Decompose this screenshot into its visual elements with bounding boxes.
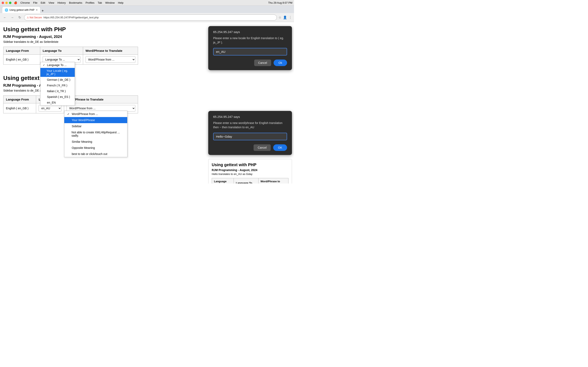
close-button[interactable] bbox=[2, 2, 4, 4]
word-dropdown-label: Opposite Meaning bbox=[72, 146, 95, 150]
result-col-from: Language From bbox=[212, 178, 234, 184]
menu-tab[interactable]: Tab bbox=[98, 1, 102, 4]
result-table: Language From Language To Word/Phrase to… bbox=[212, 178, 288, 184]
check-icon: ✓ bbox=[43, 64, 46, 67]
dialog-1-ok-button[interactable]: Ok bbox=[274, 59, 287, 66]
menu-chrome[interactable]: Chrome bbox=[20, 1, 30, 4]
result-col-to: Language To bbox=[234, 178, 258, 184]
result-text: Hello translates to en_AU as Gday bbox=[212, 173, 288, 175]
maximize-button[interactable] bbox=[9, 2, 11, 4]
url-display[interactable]: https://65.254.95.247/PHP/gettext/get_te… bbox=[43, 16, 99, 19]
col-header-to-1: Language To bbox=[40, 47, 83, 55]
word-phrase-cell-2: Word/Phrase from ... ✓ Word/Phrase from … bbox=[64, 103, 138, 113]
not-secure-indicator: ⚠ Not Secure bbox=[27, 16, 42, 19]
browser-toolbar: ← → ↻ ⚠ Not Secure https://65.254.95.247… bbox=[0, 13, 294, 22]
dropdown-item-label: German ( de_DE ) bbox=[47, 78, 70, 81]
minimize-button[interactable] bbox=[5, 2, 8, 4]
dropdown-item-spanish[interactable]: Spanish ( es_ES ) bbox=[40, 94, 75, 100]
col-header-from-2: Language From bbox=[3, 96, 36, 103]
menu-apple[interactable]: 🍎 bbox=[14, 1, 17, 4]
not-secure-label: Not Secure bbox=[30, 16, 42, 19]
tab-favicon: 🌐 bbox=[5, 8, 8, 12]
dialog-2-title: 65.254.95.247 says bbox=[213, 115, 287, 118]
menu-bookmarks[interactable]: Bookmarks bbox=[69, 1, 82, 4]
lang-to-select-2[interactable]: en_AU bbox=[39, 105, 61, 111]
dropdown-item-label: Italian ( it_TR ) bbox=[47, 90, 66, 93]
dialog-1-message: Please enter a new locale for English tr… bbox=[213, 36, 287, 45]
back-button[interactable]: ← bbox=[2, 15, 8, 20]
dropdown-item-label: French ( fr_FR ) bbox=[47, 84, 67, 87]
tab-close-button[interactable]: ✕ bbox=[36, 8, 38, 11]
result-section: Using gettext with PHP RJM Programming -… bbox=[208, 159, 292, 184]
tab-bar: 🌐 Using gettext with PHP ✕ + bbox=[0, 6, 294, 13]
menu-window[interactable]: Window bbox=[105, 1, 114, 4]
dialog-1-cancel-button[interactable]: Cancel bbox=[254, 59, 271, 66]
main-content: Using gettext with PHP RJM Programming -… bbox=[0, 22, 206, 184]
lang-from-value-2: English ( en_GB ) bbox=[3, 103, 36, 113]
dropdown-item-label: Your Locale ( eg. ja_JP ) bbox=[47, 69, 72, 76]
bookmark-icon[interactable]: ☆ bbox=[278, 16, 281, 19]
word-dropdown-item-opposite[interactable]: Opposite Meaning bbox=[64, 145, 127, 151]
dropdown-item-en-en[interactable]: en_EN bbox=[40, 100, 75, 105]
section-1: Using gettext with PHP RJM Programming -… bbox=[3, 26, 203, 65]
menu-help[interactable]: Help bbox=[118, 1, 123, 4]
dropdown-item-italian[interactable]: Italian ( it_TR ) bbox=[40, 88, 75, 94]
page-title-2: Using gettext with PHP bbox=[3, 75, 203, 81]
menu-profiles[interactable]: Profiles bbox=[86, 1, 94, 4]
lang-from-value-1: English ( en_GB ) bbox=[3, 55, 40, 65]
word-dropdown-item-similar[interactable]: Similar Meaning bbox=[64, 139, 127, 145]
page-content: Using gettext with PHP RJM Programming -… bbox=[0, 22, 294, 184]
dialog-word-phrase: 65.254.95.247 says Please enter a new wo… bbox=[208, 111, 292, 155]
sidebar-text-1: Sidebar translates to de_DE as Seitenlei… bbox=[3, 40, 203, 43]
dialog-1-title: 65.254.95.247 says bbox=[213, 30, 287, 34]
menu-file[interactable]: File bbox=[33, 1, 37, 4]
dropdown-item-label: Language To ... bbox=[47, 63, 67, 67]
word-phrase-dropdown-2[interactable]: ✓ Word/Phrase from ... Your Word/Phrase bbox=[64, 111, 127, 157]
dropdown-item-german[interactable]: German ( de_DE ) bbox=[40, 77, 75, 83]
dialog-2-buttons: Cancel OK bbox=[213, 144, 287, 151]
new-tab-button[interactable]: + bbox=[42, 9, 44, 13]
word-dropdown-item-sidebar[interactable]: Sidebar bbox=[64, 123, 127, 129]
word-phrase-select-1[interactable]: Word/Phrase from ... bbox=[86, 56, 135, 63]
lang-to-cell-1: Language To ... ✓ Language To ... bbox=[40, 55, 83, 65]
col-header-from-1: Language From bbox=[3, 47, 40, 55]
right-panel: 65.254.95.247 says Please enter a new lo… bbox=[206, 22, 294, 184]
menu-history[interactable]: History bbox=[58, 1, 66, 4]
check-icon: ✓ bbox=[67, 112, 70, 116]
dropdown-item-label: en_EN bbox=[47, 101, 56, 104]
dropdown-item-lang-to-header[interactable]: ✓ Language To ... bbox=[40, 62, 75, 68]
page-subtitle-2: RJM Programming - August, 2024 bbox=[3, 83, 203, 88]
translation-table-1: Language From Language To Word/Phrase to… bbox=[3, 47, 138, 65]
dialog-2-ok-button[interactable]: OK bbox=[273, 144, 287, 151]
menu-icon[interactable]: ⋮ bbox=[289, 16, 292, 19]
active-tab[interactable]: 🌐 Using gettext with PHP ✕ bbox=[2, 7, 40, 13]
menu-edit[interactable]: Edit bbox=[41, 1, 45, 4]
dropdown-item-your-locale[interactable]: Your Locale ( eg. ja_JP ) bbox=[40, 68, 75, 77]
word-dropdown-item-your-word[interactable]: Your Word/Phrase bbox=[64, 117, 127, 123]
titlebar: 🍎 Chrome File Edit View History Bookmark… bbox=[0, 0, 294, 6]
word-dropdown-label: Sidebar bbox=[72, 125, 81, 128]
dialog-1-input[interactable] bbox=[213, 48, 287, 55]
forward-button[interactable]: → bbox=[9, 15, 15, 20]
dropdown-item-label: Spanish ( es_ES ) bbox=[47, 95, 70, 99]
lock-icon: ⚠ bbox=[27, 16, 29, 19]
dialog-2-cancel-button[interactable]: Cancel bbox=[254, 144, 271, 151]
refresh-button[interactable]: ↻ bbox=[17, 15, 22, 20]
window-controls[interactable] bbox=[2, 2, 11, 4]
dialog-2-input[interactable] bbox=[213, 133, 287, 140]
profile-icon[interactable]: 👤 bbox=[283, 16, 287, 19]
word-dropdown-item-xmlhttp[interactable]: Not able to create XMLHttpRequest ... sa… bbox=[64, 129, 127, 139]
table-section-2: Language From Language To Word/Phrase to… bbox=[3, 95, 203, 113]
result-col-word: Word/Phrase to Translate bbox=[258, 178, 288, 184]
word-phrase-cell-1: Word/Phrase from ... bbox=[83, 55, 138, 65]
address-bar[interactable]: ⚠ Not Secure https://65.254.95.247/PHP/g… bbox=[24, 15, 277, 21]
word-dropdown-label: Not able to create XMLHttpRequest ... sa… bbox=[71, 131, 124, 137]
menu-view[interactable]: View bbox=[49, 1, 54, 4]
word-dropdown-item-best[interactable]: best to tab or click/touch out bbox=[64, 151, 127, 157]
lang-to-dropdown-1[interactable]: ✓ Language To ... Your Locale ( eg. ja_J… bbox=[40, 62, 75, 106]
word-dropdown-item-default[interactable]: ✓ Word/Phrase from ... bbox=[64, 111, 127, 117]
dialog-locale: 65.254.95.247 says Please enter a new lo… bbox=[208, 26, 292, 70]
dialog-1-buttons: Cancel Ok bbox=[213, 59, 287, 66]
word-dropdown-label: Word/Phrase from ... bbox=[72, 112, 98, 116]
dropdown-item-french[interactable]: French ( fr_FR ) bbox=[40, 83, 75, 88]
